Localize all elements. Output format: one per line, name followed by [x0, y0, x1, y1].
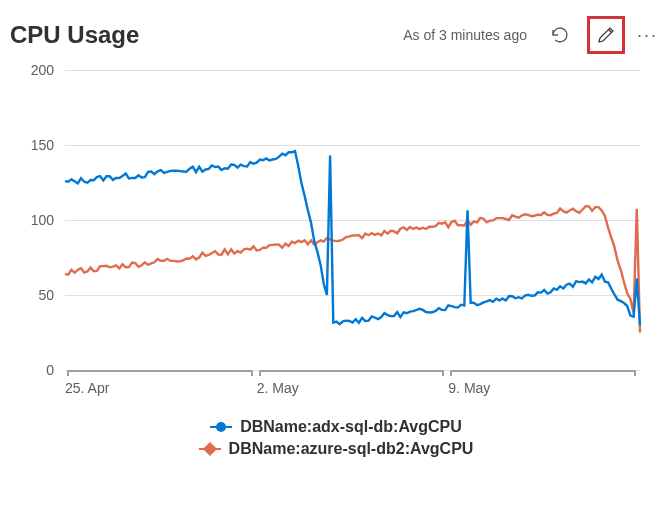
- x-axis-labels: 25. Apr2. May9. May: [65, 380, 640, 404]
- legend-label-2: DBName:azure-sql-db2:AvgCPU: [229, 440, 474, 458]
- refresh-icon: [550, 25, 570, 45]
- legend: DBName:adx-sql-db:AvgCPU DBName:azure-sq…: [10, 418, 662, 458]
- refresh-button[interactable]: [541, 16, 579, 54]
- page-title: CPU Usage: [10, 21, 395, 49]
- x-axis-segment: [67, 370, 253, 376]
- status-text: As of 3 minutes ago: [403, 27, 527, 43]
- legend-item-2[interactable]: DBName:azure-sql-db2:AvgCPU: [199, 440, 474, 458]
- x-axis: [65, 370, 640, 378]
- more-button[interactable]: ···: [633, 25, 662, 46]
- x-tick-label: 2. May: [257, 380, 299, 396]
- legend-marker-diamond: [199, 444, 221, 454]
- y-tick-label: 50: [38, 287, 54, 303]
- plot-region: [65, 70, 640, 370]
- series-line-2: [65, 206, 640, 332]
- pencil-icon: [596, 25, 616, 45]
- chart-lines: [65, 70, 640, 370]
- y-tick-label: 0: [46, 362, 54, 378]
- chart-panel: CPU Usage As of 3 minutes ago ··· 050100…: [0, 0, 672, 532]
- y-tick-label: 200: [31, 62, 54, 78]
- x-tick-label: 25. Apr: [65, 380, 109, 396]
- legend-label-1: DBName:adx-sql-db:AvgCPU: [240, 418, 462, 436]
- x-axis-segment: [450, 370, 636, 376]
- edit-button[interactable]: [587, 16, 625, 54]
- chart-area: 050100150200 25. Apr2. May9. May: [10, 70, 650, 410]
- x-axis-segment: [259, 370, 445, 376]
- series-line-1: [65, 151, 640, 325]
- legend-item-1[interactable]: DBName:adx-sql-db:AvgCPU: [210, 418, 462, 436]
- y-tick-label: 150: [31, 137, 54, 153]
- x-tick-label: 9. May: [448, 380, 490, 396]
- legend-marker-circle: [210, 422, 232, 432]
- y-tick-label: 100: [31, 212, 54, 228]
- panel-header: CPU Usage As of 3 minutes ago ···: [10, 16, 662, 54]
- y-axis: 050100150200: [10, 70, 60, 370]
